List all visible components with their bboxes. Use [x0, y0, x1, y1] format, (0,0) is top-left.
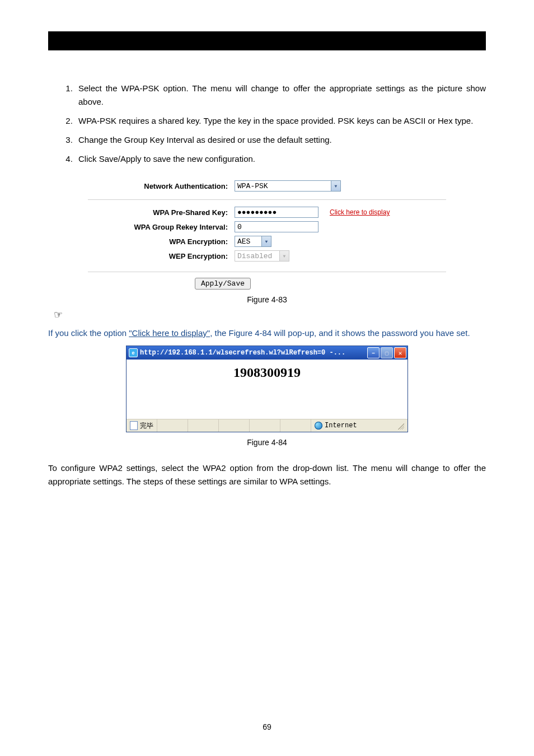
note-paragraph: If you click the option "Click here to d… — [48, 326, 486, 340]
globe-icon — [315, 422, 322, 430]
note-text: If you click the option — [48, 328, 129, 338]
select-wpa-encryption[interactable]: AES ▼ — [235, 236, 271, 247]
row-psk: WPA Pre-Shared Key: ●●●●●●●●● Click here… — [88, 207, 446, 218]
figure-caption: Figure 4-83 — [48, 295, 486, 304]
select-network-auth[interactable]: WPA-PSK ▼ — [235, 180, 341, 192]
instruction-item: WPA-PSK requires a shared key. Type the … — [75, 114, 486, 128]
page-number: 69 — [0, 722, 534, 731]
page-content: Select the WPA-PSK option. The menu will… — [48, 82, 486, 488]
select-value: Disabled — [237, 252, 275, 260]
status-done-text: 完毕 — [140, 421, 153, 431]
status-bar: 完毕 Internet — [127, 419, 407, 432]
instruction-item: Select the WPA-PSK option. The menu will… — [75, 82, 486, 109]
note-text: , the Figure 4-84 will pop-up, and it sh… — [210, 328, 470, 338]
ie-icon: e — [129, 348, 138, 357]
label-psk: WPA Pre-Shared Key: — [88, 208, 235, 217]
divider — [88, 199, 446, 200]
label-wepenc: WEP Encryption: — [88, 252, 235, 260]
status-done-cell: 完毕 — [127, 419, 157, 432]
row-auth: Network Authentication: WPA-PSK ▼ — [88, 180, 446, 192]
instruction-item: Change the Group Key Interval as desired… — [75, 133, 486, 147]
input-psk[interactable]: ●●●●●●●●● — [235, 207, 318, 218]
window-title: http://192.168.1.1/wlsecrefresh.wl?wlRef… — [140, 349, 365, 357]
maximize-button: ▢ — [381, 347, 393, 358]
wpa2-paragraph: To configure WPA2 settings, select the W… — [48, 461, 486, 488]
chevron-down-icon: ▼ — [261, 236, 271, 246]
config-form-figure: Network Authentication: WPA-PSK ▼ WPA Pr… — [88, 174, 446, 272]
link-click-to-display[interactable]: Click here to display — [330, 208, 390, 216]
page-icon — [130, 421, 138, 430]
popup-window: e http://192.168.1.1/wlsecrefresh.wl?wlR… — [126, 346, 408, 432]
select-wep-encryption: Disabled ▼ — [235, 250, 289, 262]
instruction-list: Select the WPA-PSK option. The menu will… — [48, 82, 486, 166]
input-group-rekey[interactable]: 0 — [235, 221, 318, 232]
label-auth: Network Authentication: — [88, 182, 235, 190]
displayed-password: 1908300919 — [233, 365, 301, 380]
select-value: AES — [237, 237, 254, 246]
row-wepenc: WEP Encryption: Disabled ▼ — [88, 250, 446, 262]
chevron-down-icon: ▼ — [331, 181, 340, 191]
status-progress — [157, 419, 311, 432]
input-value: ●●●●●●●●● — [237, 208, 277, 217]
minimize-button[interactable]: – — [367, 347, 380, 358]
header-black-bar — [48, 31, 486, 50]
figure-caption: Figure 4-84 — [48, 438, 486, 447]
pointer-icon: ☞ — [54, 310, 486, 320]
note-link-text: "Click here to display" — [129, 328, 210, 338]
row-wpaenc: WPA Encryption: AES ▼ — [88, 236, 446, 247]
zone-text: Internet — [325, 422, 357, 430]
row-gri: WPA Group Rekey Interval: 0 — [88, 221, 446, 232]
apply-save-button[interactable]: Apply/Save — [195, 278, 251, 290]
label-gri: WPA Group Rekey Interval: — [88, 223, 235, 231]
close-button[interactable]: ✕ — [394, 347, 406, 358]
window-titlebar: e http://192.168.1.1/wlsecrefresh.wl?wlR… — [127, 346, 407, 360]
resize-grip-icon — [396, 422, 404, 430]
label-wpaenc: WPA Encryption: — [88, 237, 235, 246]
popup-body: 1908300919 — [127, 360, 407, 419]
input-value: 0 — [237, 223, 242, 231]
select-value: WPA-PSK — [237, 182, 271, 190]
status-zone: Internet — [311, 419, 407, 432]
instruction-item: Click Save/Apply to save the new configu… — [75, 152, 486, 166]
chevron-down-icon: ▼ — [279, 251, 289, 261]
document-page: Select the WPA-PSK option. The menu will… — [0, 0, 534, 756]
